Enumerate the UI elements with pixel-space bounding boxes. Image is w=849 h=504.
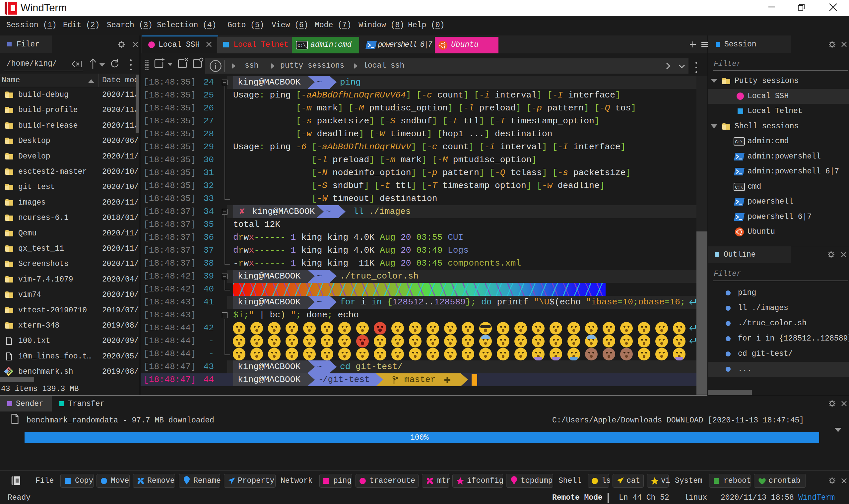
svg-text:C:\_: C:\_ [735, 140, 745, 145]
svg-text:C:\_: C:\_ [297, 43, 308, 49]
svg-text:C:\_: C:\_ [735, 185, 745, 190]
